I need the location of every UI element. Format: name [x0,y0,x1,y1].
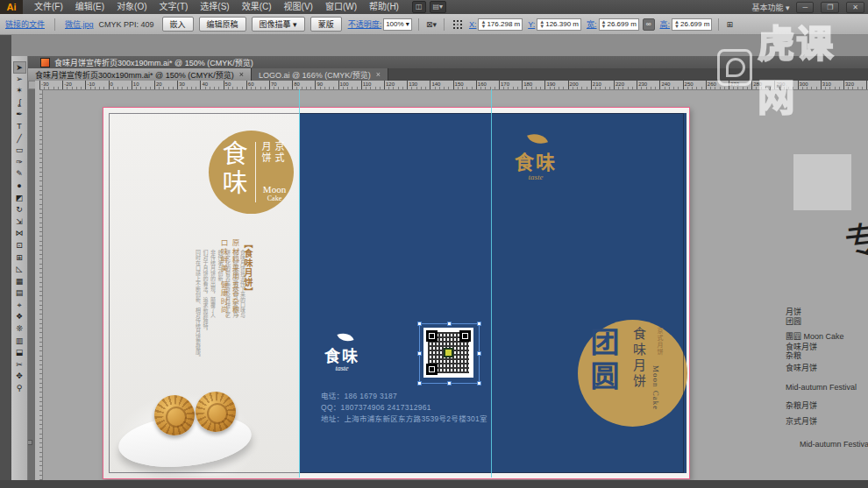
pasteboard-text[interactable]: 杂粮 [786,350,801,361]
bridge-icon[interactable]: ◫ [412,1,426,13]
canvas[interactable]: 食味 月饼 京式 Moon Cake 【食味月饼】 原材料采用五谷杂粮，口味鲜美… [42,89,868,480]
slice-tool[interactable]: ✂ [13,359,26,371]
app-logo[interactable]: Ai [0,0,23,14]
symbol-sprayer-tool[interactable]: ❊ [13,323,26,336]
artboard[interactable]: 食味 月饼 京式 Moon Cake 【食味月饼】 原材料采用五谷杂粮，口味鲜美… [103,107,690,479]
file-link[interactable]: 微信.jpg [65,18,94,30]
x-field[interactable]: ▲▼176.298 m [478,18,523,31]
pasteboard-swatch[interactable] [793,154,851,210]
linked-file-label[interactable]: 链接的文件 [5,18,45,30]
y-field[interactable]: ▲▼126.390 m [537,18,581,31]
constrain-proportions-icon[interactable]: ∞ [643,18,655,31]
minimize-button[interactable]: ─ [796,2,814,13]
ruler-label: 250 [683,81,694,89]
selection-tool[interactable]: ➤ [13,61,26,74]
brand-badge-circle[interactable]: 食味 月饼 京式 Moon Cake [209,131,294,214]
horizontal-ruler[interactable]: -30-20-100102030405060708090100110120130… [35,81,868,90]
pasteboard-big-char[interactable]: 专 [842,209,868,268]
pasteboard-text[interactable]: 京式月饼 [786,415,817,427]
direct-selection-tool[interactable]: ➢ [13,74,26,86]
width-label[interactable]: 宽: [587,18,597,30]
reunion-badge-circle[interactable]: 团圆 食味月饼 京式月饼 Moon Cake [578,320,687,427]
workspace-switcher[interactable]: 基本功能 ▾ [751,2,789,13]
contact-line[interactable]: QQ：1807374906 2417312961 [321,402,487,414]
width-tool[interactable]: ⋈ [13,228,26,240]
pasteboard-text[interactable]: Mid-autumn Festival [786,383,857,392]
line-segment-tool[interactable]: ╱ [13,133,26,145]
contact-info-block[interactable]: 电话：186 1679 3187QQ：1807374906 2417312961… [321,391,487,425]
rectangle-tool[interactable]: ▭ [13,145,26,157]
menu-帮助(H)[interactable]: 帮助(H) [363,0,405,14]
lasso-tool[interactable]: ʆ [13,97,26,110]
rotate-tool[interactable]: ↻ [13,204,26,216]
ruler-label: 190 [544,81,555,89]
restore-button[interactable]: ❐ [821,2,839,13]
eraser-tool[interactable]: ◩ [13,193,26,205]
pencil-tool[interactable]: ✎ [13,168,26,180]
free-transform-tool[interactable]: ⊡ [13,240,26,252]
menu-效果(C)[interactable]: 效果(C) [236,0,278,14]
wechat-qr-code[interactable] [423,328,473,378]
height-field[interactable]: ▲▼26.699 m [672,18,712,31]
brand-logo-white[interactable]: 食味 taste [319,332,365,372]
tab-mooncake-document[interactable]: 食味月饼宣传折页300x190mm.ai* @ 150% (CMYK/预览) × [28,68,252,81]
artboard-tool[interactable]: ⬓ [13,347,26,359]
height-label[interactable]: 高: [660,18,671,30]
menu-窗口(W)[interactable]: 窗口(W) [319,0,363,14]
width-field[interactable]: ▲▼26.699 m [599,18,639,31]
eyedropper-tool[interactable]: ⌖ [13,300,26,312]
arrange-documents-icon[interactable]: ▤▾ [430,1,447,13]
ruler-label: 260 [706,81,716,89]
reference-point-icon[interactable] [452,19,462,29]
tab-close-icon[interactable]: × [376,70,381,79]
paintbrush-tool[interactable]: ✑ [13,157,26,169]
opacity-value: 100% [386,19,403,30]
menu-编辑(E)[interactable]: 编辑(E) [69,0,110,14]
transform-icon[interactable]: ⊞ [726,20,733,29]
pasteboard-text[interactable]: 杂粮月饼 [786,400,817,411]
column-graph-tool[interactable]: ▥ [13,336,26,348]
image-trace-button[interactable]: 图像描摹 ▾ [252,17,305,32]
pasteboard-text[interactable]: 食味月饼 [786,362,817,373]
brand-logo-gold[interactable]: 食味 taste [509,132,562,181]
pasteboard-text[interactable]: Mid-autumn Festival [800,440,868,449]
pen-tool[interactable]: ✒ [13,109,26,121]
edit-original-button[interactable]: 编辑原稿 [199,17,246,32]
shape-builder-tool[interactable]: ⊞ [13,252,26,265]
mask-button[interactable]: 蒙版 [310,17,342,32]
menu-选择(S)[interactable]: 选择(S) [194,0,235,14]
brochure-panel-left[interactable]: 食味 月饼 京式 Moon Cake 【食味月饼】 原材料采用五谷杂粮，口味鲜美… [103,108,300,478]
vertical-ruler[interactable] [35,89,43,480]
menu-对象(O)[interactable]: 对象(O) [110,0,153,14]
tab-close-icon[interactable]: × [239,70,244,79]
zoom-tool[interactable]: ⚲ [13,383,26,395]
blob-brush-tool[interactable]: ● [13,180,26,193]
tab-label: 食味月饼宣传折页300x190mm.ai* @ 150% (CMYK/预览) [35,69,234,81]
menu-文字(T)[interactable]: 文字(T) [153,0,195,14]
scale-tool[interactable]: ⇲ [13,216,26,229]
intro-text-block[interactable]: 【食味月饼】 原材料采用五谷杂粮，口味鲜美、健康时尚。 [217,239,255,388]
tab-logo-document[interactable]: LOGO.ai @ 166% (CMYK/预览) × [252,68,388,81]
x-label[interactable]: X: [469,20,477,29]
opacity-field[interactable]: 100% ▾ [383,18,412,31]
embed-button[interactable]: 嵌入 [162,17,194,32]
menu-文件(F)[interactable]: 文件(F) [28,0,69,14]
mooncake-photo[interactable] [115,393,257,476]
magic-wand-tool[interactable]: ✶ [13,85,26,97]
perspective-grid-tool[interactable]: ◺ [13,264,26,276]
style-dropdown-icon[interactable]: ⊠▾ [426,20,437,29]
opacity-label[interactable]: 不透明度: [348,18,382,30]
type-tool[interactable]: T [13,121,26,133]
hand-tool[interactable]: ✥ [13,371,26,383]
mesh-tool[interactable]: ▦ [13,276,26,288]
menu-视图(V)[interactable]: 视图(V) [278,0,319,14]
gradient-tool[interactable]: ▤ [13,287,26,300]
ruler-label: 130 [407,81,417,89]
y-label[interactable]: Y: [528,20,535,29]
menu-bar: Ai 文件(F)编辑(E)对象(O)文字(T)选择(S)效果(C)视图(V)窗口… [0,0,868,14]
contact-line[interactable]: 地址：上海市浦东新区东方路3539号2号楼301室 [321,414,487,425]
close-button[interactable]: ✕ [846,2,864,13]
blend-tool[interactable]: ❖ [13,311,26,323]
contact-line[interactable]: 电话：186 1679 3187 [321,391,487,402]
pasteboard-text[interactable]: 团圆 [786,315,801,327]
